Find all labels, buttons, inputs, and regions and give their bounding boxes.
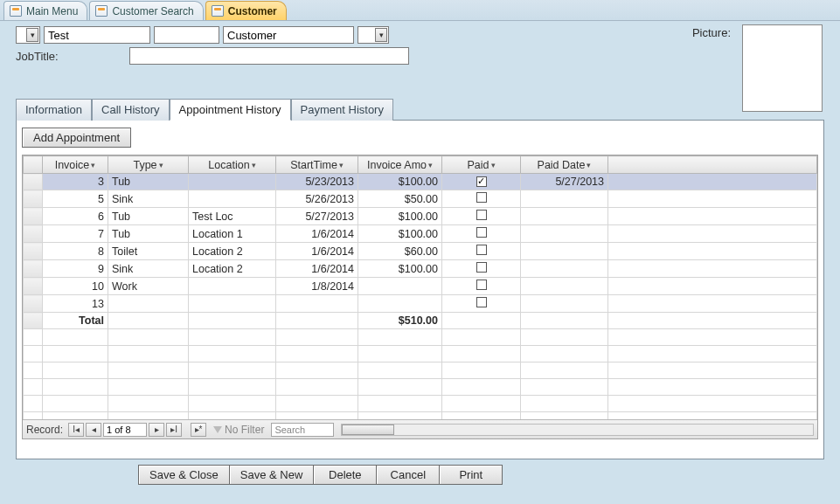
row-selector[interactable] <box>24 243 43 260</box>
table-row[interactable]: 6TubTest Loc5/27/2013$100.00 <box>24 208 817 225</box>
paid-checkbox[interactable] <box>476 297 487 307</box>
cell-invoice[interactable]: 3 <box>43 174 108 190</box>
table-row[interactable]: 13 <box>24 295 817 313</box>
save-new-button[interactable]: Save & New <box>230 465 315 485</box>
cell-location[interactable] <box>189 190 276 208</box>
cell-invoice[interactable]: 8 <box>43 243 108 260</box>
save-close-button[interactable]: Save & Close <box>138 465 230 485</box>
nav-next-button[interactable]: ▸ <box>149 423 164 437</box>
doc-tab-customer[interactable]: Customer <box>205 1 287 20</box>
paid-checkbox[interactable] <box>476 262 487 273</box>
col-paid[interactable]: Paid▾ <box>442 156 521 174</box>
add-appointment-button[interactable]: Add Appointment <box>22 128 131 148</box>
cell-starttime[interactable]: 1/6/2014 <box>276 243 358 260</box>
paid-checkbox[interactable] <box>476 176 487 187</box>
col-starttime[interactable]: StartTime▾ <box>276 156 358 174</box>
cell-starttime[interactable]: 5/26/2013 <box>276 190 358 208</box>
cell-invoice[interactable]: 9 <box>43 260 108 278</box>
cell-type[interactable]: Work <box>108 278 189 295</box>
cell-type[interactable] <box>108 295 189 313</box>
jobtitle-field[interactable] <box>129 47 409 65</box>
middle-name-field[interactable] <box>154 26 219 44</box>
cell-paid[interactable] <box>442 190 521 208</box>
paid-checkbox[interactable] <box>476 210 487 220</box>
cell-paid[interactable] <box>442 260 521 278</box>
scrollbar-thumb[interactable] <box>342 425 394 435</box>
no-filter-indicator[interactable]: No Filter <box>213 424 264 436</box>
col-paid-date[interactable]: Paid Date▾ <box>521 156 608 174</box>
nav-prev-button[interactable]: ◂ <box>86 423 101 437</box>
last-name-field[interactable] <box>223 26 354 44</box>
suffix-dropdown[interactable]: ▾ <box>358 26 389 44</box>
cell-paid-date[interactable] <box>521 190 608 208</box>
cell-paid-date[interactable] <box>521 295 608 313</box>
cell-paid[interactable] <box>442 208 521 225</box>
cell-paid-date[interactable] <box>521 278 608 295</box>
col-type[interactable]: Type▾ <box>108 156 189 174</box>
col-invoice-amount[interactable]: Invoice Amo▾ <box>358 156 442 174</box>
row-selector[interactable] <box>24 278 43 295</box>
tab-payment-history[interactable]: Payment History <box>291 99 393 121</box>
prefix-dropdown[interactable]: ▾ <box>16 26 40 44</box>
col-location[interactable]: Location▾ <box>189 156 276 174</box>
select-all-corner[interactable] <box>24 156 43 174</box>
cell-paid-date[interactable]: 5/27/2013 <box>521 174 608 190</box>
cell-type[interactable]: Tub <box>108 225 189 243</box>
table-row[interactable]: 7TubLocation 11/6/2014$100.00 <box>24 225 817 243</box>
cell-amount[interactable]: $100.00 <box>358 260 442 278</box>
cell-amount[interactable]: $60.00 <box>358 243 442 260</box>
row-selector[interactable] <box>24 190 43 208</box>
picture-box[interactable] <box>742 24 823 112</box>
cell-paid[interactable] <box>442 174 521 190</box>
row-selector[interactable] <box>24 174 43 190</box>
cell-location[interactable] <box>189 295 276 313</box>
table-row[interactable]: 3Tub5/23/2013$100.005/27/2013 <box>24 174 817 190</box>
nav-new-button[interactable]: ▸* <box>191 423 206 437</box>
cell-type[interactable]: Sink <box>108 190 189 208</box>
first-name-field[interactable] <box>44 26 150 44</box>
paid-checkbox[interactable] <box>476 227 487 238</box>
cell-amount[interactable]: $100.00 <box>358 174 442 190</box>
cell-amount[interactable] <box>358 278 442 295</box>
nav-last-button[interactable]: ▸I <box>166 423 182 437</box>
cell-invoice[interactable]: 10 <box>43 278 108 295</box>
cell-type[interactable]: Tub <box>108 208 189 225</box>
nav-position-field[interactable] <box>103 423 147 437</box>
cell-type[interactable]: Toilet <box>108 243 189 260</box>
doc-tab-main-menu[interactable]: Main Menu <box>3 1 87 20</box>
cell-location[interactable]: Location 1 <box>189 225 276 243</box>
table-row[interactable]: 10Work1/8/2014 <box>24 278 817 295</box>
tab-information[interactable]: Information <box>16 99 92 121</box>
cell-location[interactable]: Location 2 <box>189 260 276 278</box>
tab-call-history[interactable]: Call History <box>92 99 169 121</box>
cell-amount[interactable] <box>358 295 442 313</box>
cell-location[interactable]: Location 2 <box>189 243 276 260</box>
paid-checkbox[interactable] <box>476 245 487 255</box>
table-row[interactable]: 8ToiletLocation 21/6/2014$60.00 <box>24 243 817 260</box>
cell-starttime[interactable]: 1/6/2014 <box>276 225 358 243</box>
col-invoice[interactable]: Invoice▾ <box>43 156 108 174</box>
paid-checkbox[interactable] <box>476 192 487 203</box>
cell-invoice[interactable]: 13 <box>43 295 108 313</box>
cell-invoice[interactable]: 5 <box>43 190 108 208</box>
table-row[interactable]: 9SinkLocation 21/6/2014$100.00 <box>24 260 817 278</box>
cell-starttime[interactable]: 1/6/2014 <box>276 260 358 278</box>
row-selector[interactable] <box>24 260 43 278</box>
cell-paid-date[interactable] <box>521 243 608 260</box>
cell-paid[interactable] <box>442 278 521 295</box>
cell-starttime[interactable] <box>276 295 358 313</box>
cell-paid[interactable] <box>442 243 521 260</box>
table-row[interactable]: 5Sink5/26/2013$50.00 <box>24 190 817 208</box>
cell-invoice[interactable]: 7 <box>43 225 108 243</box>
cell-paid[interactable] <box>442 225 521 243</box>
doc-tab-customer-search[interactable]: Customer Search <box>89 1 203 20</box>
tab-appointment-history[interactable]: Appointment History <box>170 99 291 121</box>
cell-amount[interactable]: $100.00 <box>358 225 442 243</box>
paid-checkbox[interactable] <box>476 280 487 290</box>
cell-paid-date[interactable] <box>521 208 608 225</box>
cell-amount[interactable]: $50.00 <box>358 190 442 208</box>
cell-paid-date[interactable] <box>521 260 608 278</box>
nav-first-button[interactable]: I◂ <box>68 423 84 437</box>
row-selector[interactable] <box>24 295 43 313</box>
cell-starttime[interactable]: 1/8/2014 <box>276 278 358 295</box>
